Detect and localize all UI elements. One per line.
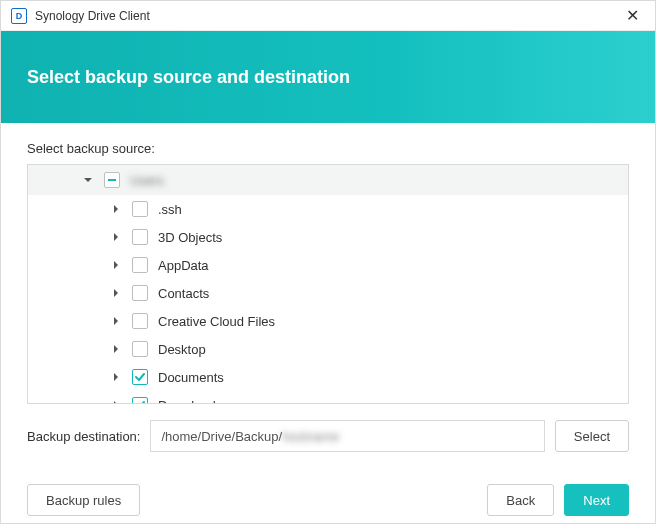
caret-down-icon[interactable] xyxy=(82,174,94,186)
source-tree: Users .ssh3D ObjectsAppDataContactsCreat… xyxy=(27,164,629,404)
caret-right-icon[interactable] xyxy=(110,287,122,299)
tree-row[interactable]: Desktop xyxy=(28,335,628,363)
caret-right-icon[interactable] xyxy=(110,231,122,243)
tree-item-label: .ssh xyxy=(158,202,182,217)
tree-row[interactable]: Documents xyxy=(28,363,628,391)
caret-right-icon[interactable] xyxy=(110,343,122,355)
tree-item-label: Contacts xyxy=(158,286,209,301)
tree-item-label: 3D Objects xyxy=(158,230,222,245)
source-tree-scroll[interactable]: Users .ssh3D ObjectsAppDataContactsCreat… xyxy=(28,165,628,403)
tree-item-label: Documents xyxy=(158,370,224,385)
checkbox[interactable] xyxy=(132,313,148,329)
caret-right-icon[interactable] xyxy=(110,399,122,403)
checkbox[interactable] xyxy=(132,341,148,357)
page-title: Select backup source and destination xyxy=(27,67,350,88)
checkbox[interactable] xyxy=(132,397,148,403)
destination-input[interactable]: /home/Drive/Backup/hostname xyxy=(150,420,544,452)
caret-right-icon[interactable] xyxy=(110,315,122,327)
checkbox[interactable] xyxy=(132,369,148,385)
tree-row[interactable]: 3D Objects xyxy=(28,223,628,251)
tree-row[interactable]: Contacts xyxy=(28,279,628,307)
checkbox-root[interactable] xyxy=(104,172,120,188)
checkbox[interactable] xyxy=(132,257,148,273)
tree-root-row[interactable]: Users xyxy=(28,165,628,195)
window-title: Synology Drive Client xyxy=(35,9,620,23)
backup-rules-button[interactable]: Backup rules xyxy=(27,484,140,516)
tree-row[interactable]: Creative Cloud Files xyxy=(28,307,628,335)
tree-row[interactable]: Downloads xyxy=(28,391,628,403)
tree-row[interactable]: .ssh xyxy=(28,195,628,223)
tree-root-label: Users xyxy=(130,173,164,188)
checkbox[interactable] xyxy=(132,229,148,245)
close-icon[interactable]: ✕ xyxy=(620,6,645,26)
caret-right-icon[interactable] xyxy=(110,371,122,383)
caret-right-icon[interactable] xyxy=(110,203,122,215)
next-button[interactable]: Next xyxy=(564,484,629,516)
caret-right-icon[interactable] xyxy=(110,259,122,271)
tree-item-label: Creative Cloud Files xyxy=(158,314,275,329)
tree-item-label: Downloads xyxy=(158,398,222,404)
checkbox[interactable] xyxy=(132,201,148,217)
checkbox[interactable] xyxy=(132,285,148,301)
select-destination-button[interactable]: Select xyxy=(555,420,629,452)
header-banner: Select backup source and destination xyxy=(1,31,655,123)
titlebar: D Synology Drive Client ✕ xyxy=(1,1,655,31)
tree-row[interactable]: AppData xyxy=(28,251,628,279)
source-section-label: Select backup source: xyxy=(27,141,629,156)
back-button[interactable]: Back xyxy=(487,484,554,516)
destination-label: Backup destination: xyxy=(27,429,140,444)
app-logo-icon: D xyxy=(11,8,27,24)
tree-item-label: AppData xyxy=(158,258,209,273)
tree-item-label: Desktop xyxy=(158,342,206,357)
destination-path-tail: hostname xyxy=(282,429,339,444)
destination-path-prefix: /home/Drive/Backup/ xyxy=(161,429,282,444)
